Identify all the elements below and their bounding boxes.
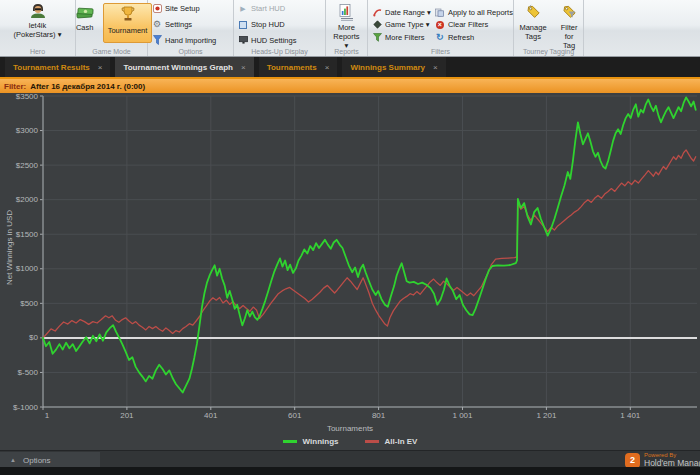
tournament-label: Tournament xyxy=(108,26,148,35)
settings-label: Settings xyxy=(165,20,192,29)
date-range-button[interactable]: Date Range ▾ xyxy=(372,6,431,19)
tag-filter-icon xyxy=(561,4,578,23)
more-filters-button[interactable]: More Filters xyxy=(372,31,431,44)
svg-text:1: 1 xyxy=(45,411,50,420)
status-bar: ▲ Options 2 Powered By Hold'em Manager xyxy=(0,450,700,468)
filter-for-tag-button[interactable]: Filter for Tag xyxy=(558,3,581,46)
group-label-hud: Heads-Up Display xyxy=(234,48,325,55)
svg-text:1 201: 1 201 xyxy=(536,411,557,420)
ribbon-group-hud: ▶ Start HUD Stop HUD HUD Settings Heads-… xyxy=(234,0,326,56)
hud-settings-button[interactable]: HUD Settings xyxy=(238,34,321,46)
reports-icon xyxy=(339,4,355,23)
x-axis-title: Tournaments xyxy=(20,424,680,433)
close-icon[interactable]: × xyxy=(433,63,438,72)
options-button[interactable]: ▲ Options xyxy=(0,452,100,468)
stop-hud-button[interactable]: Stop HUD xyxy=(238,19,321,31)
stop-icon xyxy=(238,21,248,29)
site-setup-button[interactable]: Site Setup xyxy=(152,3,229,15)
game-type-button[interactable]: Game Type ▾ xyxy=(372,19,431,32)
apply-all-reports-button[interactable]: Apply to all Reports xyxy=(435,6,513,19)
filter-for-tag-label-1: Filter xyxy=(561,23,578,32)
chart-panel: $3500$3000$2500$2000$1500$1000$500$0$-50… xyxy=(0,93,700,450)
ribbon-group-filters: Date Range ▾ Game Type ▾ More Filters xyxy=(368,0,514,56)
allinev-line-swatch xyxy=(365,440,379,443)
winnings-legend-label: Winnings xyxy=(303,437,339,446)
hud-settings-label: HUD Settings xyxy=(251,36,296,45)
svg-text:$3500: $3500 xyxy=(16,93,39,101)
site-setup-icon xyxy=(152,4,162,13)
ribbon-group-reports: More Reports ▾ Reports xyxy=(326,0,368,56)
hero-site: (PokerStars) ▾ xyxy=(14,30,62,39)
tab-tournament-results[interactable]: Tournament Results × xyxy=(5,57,110,77)
svg-text:1 401: 1 401 xyxy=(620,411,641,420)
more-filters-icon xyxy=(372,33,382,42)
group-label-options: Options xyxy=(148,48,233,55)
refresh-button[interactable]: ↻ Refresh xyxy=(435,31,513,44)
group-label-game-mode: Game Mode xyxy=(76,48,147,55)
refresh-icon: ↻ xyxy=(435,33,445,42)
filter-value: After 16 декабря 2014 г. (0:00) xyxy=(30,82,145,91)
apply-all-reports-icon xyxy=(435,8,445,17)
svg-text:401: 401 xyxy=(204,411,218,420)
start-hud-button[interactable]: ▶ Start HUD xyxy=(238,3,321,15)
stop-hud-label: Stop HUD xyxy=(251,20,285,29)
manage-tags-button[interactable]: Manage Tags xyxy=(516,3,549,46)
tab-bar: Tournament Results × Tournament Winnings… xyxy=(0,57,700,77)
close-icon[interactable]: × xyxy=(325,63,330,72)
svg-text:$1500: $1500 xyxy=(16,230,39,239)
svg-text:$-1000: $-1000 xyxy=(13,403,38,412)
game-type-label: Game Type ▾ xyxy=(385,20,429,29)
clear-filters-icon: × xyxy=(435,21,445,29)
gear-icon: ⚙ xyxy=(152,20,162,29)
svg-text:$2000: $2000 xyxy=(16,195,39,204)
group-label-filters: Filters xyxy=(368,48,513,55)
settings-button[interactable]: ⚙ Settings xyxy=(152,19,229,31)
winnings-line-swatch xyxy=(283,440,297,443)
play-icon: ▶ xyxy=(238,5,248,13)
options-label: Options xyxy=(23,456,51,465)
ribbon-group-options: Site Setup ⚙ Settings Hand Importing Opt… xyxy=(148,0,234,56)
group-label-tagging: Tourney Tagging xyxy=(514,48,583,55)
cash-button[interactable]: Cash xyxy=(71,3,99,43)
more-filters-label: More Filters xyxy=(385,33,425,42)
allinev-legend-label: All-In EV xyxy=(385,437,418,446)
tab-label: Tournament Results xyxy=(13,63,90,72)
hand-importing-button[interactable]: Hand Importing xyxy=(152,34,229,46)
svg-text:$3000: $3000 xyxy=(16,126,39,135)
svg-text:$-500: $-500 xyxy=(18,368,39,377)
site-setup-label: Site Setup xyxy=(165,4,200,13)
close-icon[interactable]: × xyxy=(241,63,246,72)
hero-selector[interactable]: let4ik (PokerStars) ▾ xyxy=(4,3,71,46)
ribbon-spacer xyxy=(584,0,700,56)
tab-tournament-winnings-graph[interactable]: Tournament Winnings Graph × xyxy=(115,57,253,77)
more-reports-label-1: More xyxy=(338,23,355,32)
hero-name: let4ik xyxy=(29,21,47,30)
close-icon[interactable]: × xyxy=(98,63,103,72)
svg-text:$1000: $1000 xyxy=(16,264,39,273)
tab-tournaments[interactable]: Tournaments × xyxy=(259,57,338,77)
cash-label: Cash xyxy=(76,23,94,32)
start-hud-label: Start HUD xyxy=(251,4,285,13)
tab-winnings-summary[interactable]: Winnings Summary × xyxy=(342,57,445,77)
svg-text:$0: $0 xyxy=(29,333,38,342)
date-range-label: Date Range ▾ xyxy=(385,8,431,17)
hud-settings-icon xyxy=(238,36,248,44)
ribbon-group-tagging: Manage Tags Filter for Tag Tourney Taggi… xyxy=(514,0,584,56)
tournament-button[interactable]: Tournament xyxy=(103,3,153,43)
bottom-strip xyxy=(0,467,700,475)
filter-bar[interactable]: Filter: After 16 декабря 2014 г. (0:00) xyxy=(0,79,700,93)
chart-legend: Winnings All-In EV xyxy=(0,437,700,446)
up-arrow-icon: ▲ xyxy=(10,457,16,463)
svg-text:801: 801 xyxy=(372,411,386,420)
filter-label: Filter: xyxy=(4,82,26,91)
tab-label: Tournament Winnings Graph xyxy=(123,63,233,72)
chart-svg: $3500$3000$2500$2000$1500$1000$500$0$-50… xyxy=(0,93,700,450)
group-label-reports: Reports xyxy=(326,48,367,55)
more-reports-button[interactable]: More Reports ▾ xyxy=(330,3,363,46)
clear-filters-button[interactable]: × Clear Filters xyxy=(435,19,513,32)
y-axis-title: Net Winnings in USD xyxy=(5,148,14,348)
legend-item-winnings: Winnings xyxy=(283,437,339,446)
svg-text:201: 201 xyxy=(120,411,134,420)
hand-importing-label: Hand Importing xyxy=(165,36,216,45)
tab-label: Winnings Summary xyxy=(350,63,425,72)
